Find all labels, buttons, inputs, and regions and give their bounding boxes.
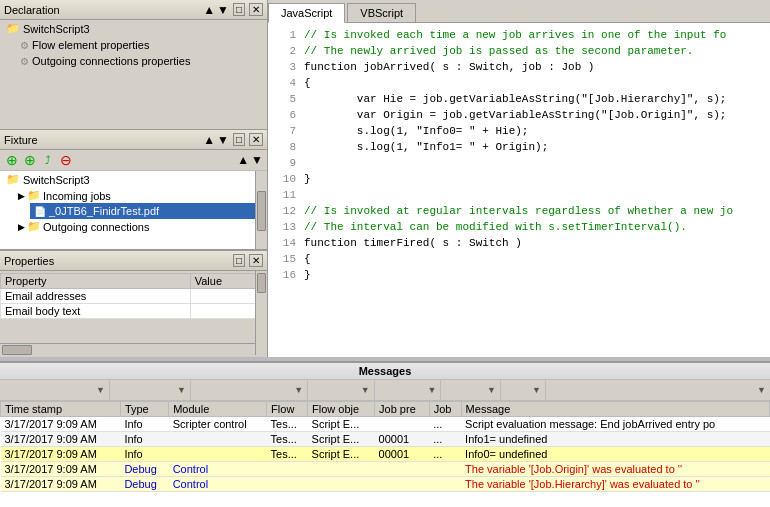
code-line-8: 8 s.log(1, "Info1= " + Origin); bbox=[272, 139, 766, 155]
line-num: 16 bbox=[272, 267, 296, 283]
restore-props-icon[interactable]: □ bbox=[233, 254, 245, 267]
properties-title: Properties bbox=[4, 255, 54, 267]
close-fixture-icon[interactable]: ✕ bbox=[249, 133, 263, 146]
line-num: 10 bbox=[272, 171, 296, 187]
filter-flowobj-dropdown[interactable]: ▼ bbox=[427, 385, 436, 395]
table-row[interactable]: 3/17/2017 9:09 AM Info Tes... Script E..… bbox=[1, 432, 770, 447]
msg-message: Info0= undefined bbox=[461, 447, 769, 462]
close-icon[interactable]: ✕ bbox=[249, 3, 263, 16]
fixture-toolbar: ⊕ ⊕ ⤴ ⊖ ▲ ▼ bbox=[0, 150, 267, 171]
fixture-children: ▶ 📁 Incoming jobs 📄 _0JTB6_FinidrTest.pd… bbox=[0, 188, 267, 234]
tab-vbscript[interactable]: VBScript bbox=[347, 3, 416, 22]
msg-flowobj: Script E... bbox=[308, 417, 375, 432]
table-row[interactable]: 3/17/2017 9:09 AM Info Tes... Script E..… bbox=[1, 447, 770, 462]
line-num: 7 bbox=[272, 123, 296, 139]
folder-icon: 📁 bbox=[6, 22, 20, 35]
col-timestamp: Time stamp bbox=[1, 402, 121, 417]
filter-timestamp[interactable]: ▼ bbox=[0, 380, 110, 400]
add2-btn[interactable]: ⊕ bbox=[22, 152, 38, 168]
outgoing-connections-item[interactable]: ▶ 📁 Outgoing connections bbox=[14, 219, 267, 234]
props-scrollbar[interactable] bbox=[255, 271, 267, 355]
msg-ts: 3/17/2017 9:09 AM bbox=[1, 462, 121, 477]
fixture-root-item[interactable]: 📁 SwitchScript3 bbox=[0, 171, 267, 188]
filter-ts-dropdown[interactable]: ▼ bbox=[96, 385, 105, 395]
up-arrow-fix2-icon[interactable]: ▲ bbox=[237, 153, 249, 167]
close-props-icon[interactable]: ✕ bbox=[249, 254, 263, 267]
fixture-tree-area: 📁 SwitchScript3 ▶ 📁 Incoming jobs bbox=[0, 171, 267, 249]
down-arrow-icon[interactable]: ▼ bbox=[217, 3, 229, 17]
msg-module: Scripter control bbox=[169, 417, 267, 432]
msg-type: Info bbox=[120, 432, 168, 447]
left-arrows-decl: ▲ ▼ bbox=[203, 3, 229, 17]
code-line-10: 10 } bbox=[272, 171, 766, 187]
filter-flow-dropdown[interactable]: ▼ bbox=[361, 385, 370, 395]
table-row[interactable]: 3/17/2017 9:09 AM Debug Control The vari… bbox=[1, 477, 770, 492]
filter-job-dropdown[interactable]: ▼ bbox=[532, 385, 541, 395]
code-text: s.log(1, "Info0= " + Hie); bbox=[304, 123, 528, 139]
code-editor-panel: JavaScript VBScript 1 // Is invoked each… bbox=[268, 0, 770, 357]
line-num: 4 bbox=[272, 75, 296, 91]
tab-javascript[interactable]: JavaScript bbox=[268, 3, 345, 23]
up-btn[interactable]: ⤴ bbox=[40, 152, 56, 168]
code-line-7: 7 s.log(1, "Info0= " + Hie); bbox=[272, 123, 766, 139]
filter-jobpre-dropdown[interactable]: ▼ bbox=[487, 385, 496, 395]
msg-message: Info1= undefined bbox=[461, 432, 769, 447]
messages-title: Messages bbox=[359, 365, 412, 377]
messages-table: Time stamp Type Module Flow Flow obje Jo… bbox=[0, 401, 770, 492]
outgoing-connections-properties[interactable]: ⚙ Outgoing connections properties bbox=[16, 53, 267, 69]
code-line-9: 9 bbox=[272, 155, 766, 171]
fixture-scrollbar[interactable] bbox=[255, 171, 267, 249]
pdf-file-item[interactable]: 📄 _0JTB6_FinidrTest.pdf bbox=[30, 203, 267, 219]
declaration-children: ⚙ Flow element properties ⚙ Outgoing con… bbox=[0, 37, 267, 69]
filter-message[interactable]: ▼ bbox=[546, 380, 770, 400]
line-num: 14 bbox=[272, 235, 296, 251]
code-text: s.log(1, "Info1= " + Origin); bbox=[304, 139, 548, 155]
down-arrow-fixture-icon[interactable]: ▼ bbox=[217, 133, 229, 147]
msg-ts: 3/17/2017 9:09 AM bbox=[1, 432, 121, 447]
code-area[interactable]: 1 // Is invoked each time a new job arri… bbox=[268, 23, 770, 357]
table-row[interactable]: 3/17/2017 9:09 AM Info Scripter control … bbox=[1, 417, 770, 432]
filter-module[interactable]: ▼ bbox=[191, 380, 308, 400]
settings-icon: ⚙ bbox=[20, 40, 29, 51]
filter-type-dropdown[interactable]: ▼ bbox=[177, 385, 186, 395]
up-arrow-fixture-icon[interactable]: ▲ bbox=[203, 133, 215, 147]
filter-module-dropdown[interactable]: ▼ bbox=[294, 385, 303, 395]
outgoing-folder-icon: 📁 bbox=[27, 220, 41, 233]
flow-element-properties[interactable]: ⚙ Flow element properties bbox=[16, 37, 267, 53]
filter-job[interactable]: ▼ bbox=[501, 380, 546, 400]
msg-job: ... bbox=[429, 447, 461, 462]
down-arrow-fix2-icon[interactable]: ▼ bbox=[251, 153, 263, 167]
filter-flowobj[interactable]: ▼ bbox=[375, 380, 442, 400]
fixture-folder-icon: 📁 bbox=[6, 173, 20, 186]
filter-flow[interactable]: ▼ bbox=[308, 380, 375, 400]
restore-fixture-icon[interactable]: □ bbox=[233, 133, 245, 146]
filter-jobpre[interactable]: ▼ bbox=[441, 380, 500, 400]
delete-btn[interactable]: ⊖ bbox=[58, 152, 74, 168]
code-line-6: 6 var Origin = job.getVariableAsString("… bbox=[272, 107, 766, 123]
line-num: 9 bbox=[272, 155, 296, 171]
code-text: // Is invoked at regular intervals regar… bbox=[304, 203, 733, 219]
messages-table-wrapper[interactable]: Time stamp Type Module Flow Flow obje Jo… bbox=[0, 401, 770, 507]
add-btn[interactable]: ⊕ bbox=[4, 152, 20, 168]
code-line-5: 5 var Hie = job.getVariableAsString("[Jo… bbox=[272, 91, 766, 107]
code-text: function timerFired( s : Switch ) bbox=[304, 235, 522, 251]
msg-type: Info bbox=[120, 417, 168, 432]
table-row[interactable]: 3/17/2017 9:09 AM Debug Control The vari… bbox=[1, 462, 770, 477]
incoming-jobs-item[interactable]: ▶ 📁 Incoming jobs bbox=[14, 188, 267, 203]
filter-type[interactable]: ▼ bbox=[110, 380, 191, 400]
msg-jobpre bbox=[375, 477, 430, 492]
msg-header-row: Time stamp Type Module Flow Flow obje Jo… bbox=[1, 402, 770, 417]
fixture-header: Fixture ▲ ▼ □ ✕ bbox=[0, 130, 267, 150]
msg-jobpre bbox=[375, 462, 430, 477]
props-h-scrollbar[interactable] bbox=[0, 343, 255, 355]
up-arrow-icon[interactable]: ▲ bbox=[203, 3, 215, 17]
messages-panel: Messages ▼ ▼ ▼ ▼ ▼ bbox=[0, 361, 770, 507]
restore-icon[interactable]: □ bbox=[233, 3, 245, 16]
code-line-3: 3 function jobArrived( s : Switch, job :… bbox=[272, 59, 766, 75]
fixture-root-label: SwitchScript3 bbox=[23, 174, 90, 186]
col-flow: Flow bbox=[267, 402, 308, 417]
fixture-title: Fixture bbox=[4, 134, 38, 146]
code-line-12: 12 // Is invoked at regular intervals re… bbox=[272, 203, 766, 219]
declaration-root-item[interactable]: 📁 SwitchScript3 bbox=[0, 20, 267, 37]
filter-msg-dropdown[interactable]: ▼ bbox=[757, 385, 766, 395]
